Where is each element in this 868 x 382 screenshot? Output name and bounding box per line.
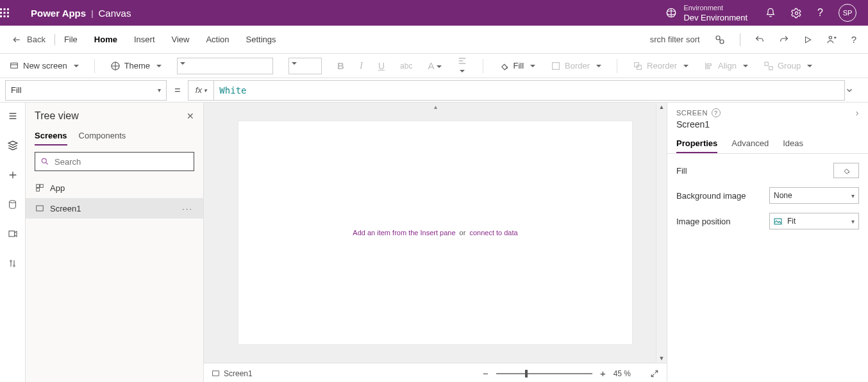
svg-rect-20 — [707, 63, 712, 65]
rail-insert-icon[interactable] — [7, 169, 19, 181]
zoom-value: 45 % — [613, 369, 631, 378]
props-header-label: SCREEN — [676, 109, 708, 117]
prop-bg-image-label: Background image — [676, 191, 746, 201]
help-icon[interactable]: ? — [817, 7, 823, 19]
share-icon[interactable] — [826, 34, 837, 45]
prop-image-position-dropdown[interactable]: Fit ▾ — [769, 213, 859, 229]
canvas-hint-pre: Add an item from the Insert pane — [353, 229, 455, 237]
svg-rect-31 — [37, 188, 40, 192]
svg-rect-1 — [4, 8, 6, 10]
environment-picker[interactable]: Environment Dev Environment — [665, 3, 747, 22]
canvas-hint-or: or — [460, 229, 466, 237]
svg-rect-23 — [769, 66, 772, 69]
theme-button[interactable]: Theme — [110, 61, 162, 71]
undo-icon[interactable] — [755, 35, 765, 45]
tree-tab-screens[interactable]: Screens — [35, 131, 67, 145]
scroll-down-icon[interactable]: ▼ — [659, 355, 665, 361]
formula-input[interactable] — [213, 80, 845, 101]
checker-icon[interactable] — [714, 34, 726, 46]
settings-icon[interactable] — [791, 8, 802, 19]
font-size-dropdown[interactable] — [288, 58, 322, 74]
scroll-up-icon[interactable]: ▲ — [659, 104, 665, 110]
tree-view-title: Tree view — [35, 110, 79, 122]
user-avatar[interactable]: SP — [839, 4, 856, 22]
help-small-icon[interactable]: ? — [851, 34, 856, 45]
props-collapse-icon[interactable]: › — [856, 108, 859, 118]
menu-settings[interactable]: Settings — [246, 35, 276, 44]
props-help-icon[interactable]: ? — [712, 108, 721, 117]
border-button[interactable]: Border — [551, 61, 601, 71]
props-tab-ideas[interactable]: Ideas — [783, 135, 803, 153]
canvas-collapse-icon[interactable]: ▴ — [434, 103, 437, 110]
svg-point-26 — [10, 260, 12, 262]
rail-tree-view-icon[interactable] — [7, 140, 19, 151]
svg-rect-29 — [37, 185, 40, 188]
app-launcher-icon[interactable] — [0, 8, 31, 17]
tree-search-input[interactable] — [54, 157, 188, 167]
tree-item-label: Screen1 — [50, 204, 81, 213]
formula-expand-icon[interactable] — [845, 86, 868, 95]
menu-separator — [54, 34, 55, 46]
new-screen-button[interactable]: New screen — [9, 61, 79, 71]
ribbon: New screen Theme B I U abc A Fill Border… — [0, 54, 868, 78]
back-button[interactable]: Back — [12, 35, 46, 44]
align-button[interactable]: Align — [704, 61, 748, 71]
reorder-button[interactable]: Reorder — [633, 61, 689, 71]
group-icon — [764, 61, 774, 71]
prop-bg-image-dropdown[interactable]: None ▾ — [769, 187, 859, 204]
svg-rect-15 — [11, 63, 18, 68]
menu-view[interactable]: View — [172, 35, 190, 44]
rail-tools-icon[interactable] — [7, 258, 19, 269]
props-tab-advanced[interactable]: Advanced — [731, 135, 769, 153]
popout-icon[interactable] — [650, 369, 659, 378]
rail-data-icon[interactable] — [7, 199, 19, 210]
tree-item-app[interactable]: App — [26, 178, 203, 198]
fill-button[interactable]: Fill — [499, 61, 535, 71]
notifications-icon[interactable] — [765, 8, 776, 18]
font-color-icon[interactable]: A — [428, 60, 442, 71]
zoom-slider[interactable] — [496, 373, 592, 374]
chevron-down-icon: ▾ — [851, 192, 855, 199]
preview-icon[interactable] — [803, 35, 812, 44]
svg-rect-7 — [4, 15, 6, 17]
align-label: Align — [718, 61, 737, 71]
svg-point-13 — [720, 40, 724, 44]
bold-icon[interactable]: B — [337, 60, 344, 71]
tree-tab-components[interactable]: Components — [79, 131, 126, 145]
props-tab-properties[interactable]: Properties — [676, 135, 717, 153]
prop-fill-label: Fill — [676, 166, 687, 176]
rail-hamburger-icon[interactable] — [7, 110, 19, 122]
prop-fill-color-button[interactable] — [833, 163, 859, 178]
fill-label: Fill — [513, 61, 524, 71]
zoom-out-button[interactable]: − — [483, 368, 488, 379]
app-icon — [35, 183, 45, 193]
font-family-dropdown[interactable] — [177, 58, 273, 74]
italic-icon[interactable]: I — [360, 60, 363, 71]
menu-action[interactable]: Action — [206, 35, 229, 44]
text-align-icon[interactable] — [457, 56, 467, 76]
status-screen-name: Screen1 — [224, 369, 253, 378]
redo-icon[interactable] — [779, 35, 789, 45]
search-hint[interactable]: srch filter sort — [650, 35, 700, 44]
canvas[interactable]: Add an item from the Insert pane or conn… — [238, 121, 632, 344]
vertical-scrollbar[interactable]: ▲ ▼ — [656, 103, 667, 363]
tree-item-more-icon[interactable]: ··· — [182, 204, 193, 213]
tree-item-screen1[interactable]: Screen1 ··· — [26, 198, 203, 219]
menu-home[interactable]: Home — [94, 35, 117, 44]
tree-search-box[interactable] — [35, 152, 194, 171]
svg-point-12 — [716, 36, 720, 40]
zoom-in-button[interactable]: + — [600, 368, 606, 379]
menu-file[interactable]: File — [64, 35, 78, 44]
canvas-connect-data-link[interactable]: connect to data — [469, 229, 517, 237]
underline-icon[interactable]: U — [378, 61, 385, 71]
fx-button[interactable]: fx▾ — [188, 80, 213, 101]
property-selector[interactable]: Fill ▾ — [5, 80, 167, 101]
canvas-area: ▴ Add an item from the Insert pane or co… — [204, 103, 667, 382]
svg-rect-5 — [7, 12, 9, 14]
rail-media-icon[interactable] — [7, 228, 19, 240]
strikethrough-icon[interactable]: abc — [400, 62, 412, 71]
tree-view-close-icon[interactable]: ✕ — [187, 111, 194, 121]
menu-insert[interactable]: Insert — [134, 35, 155, 44]
group-button[interactable]: Group — [764, 61, 812, 71]
svg-rect-18 — [635, 62, 639, 67]
